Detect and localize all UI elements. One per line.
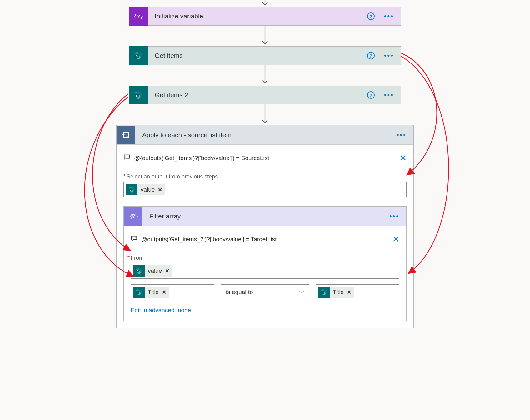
flow-connector: [76, 65, 454, 86]
svg-text:S: S: [136, 94, 138, 97]
svg-point-23: [135, 238, 136, 238]
sharepoint-icon: S: [129, 86, 148, 104]
token-value[interactable]: S value ✕: [126, 184, 165, 195]
comment-row: @outputs('Get_items_2')?['body/value'] =…: [131, 232, 399, 250]
svg-text:{x}: {x}: [134, 12, 143, 20]
flow-connector: [76, 26, 454, 46]
flow-connector: [76, 104, 454, 125]
help-icon[interactable]: ?: [367, 52, 375, 59]
loop-icon: [117, 126, 135, 144]
comment-text: @outputs('Get_items_2')?['body/value'] =…: [141, 236, 388, 243]
filter-right-operand[interactable]: S Title ✕: [316, 284, 399, 300]
action-title: Get items: [148, 52, 367, 59]
token-label: value: [145, 268, 165, 274]
token-title-right[interactable]: S Title ✕: [318, 287, 354, 298]
field-label-select-output: *Select an output from previous steps: [123, 173, 407, 180]
select-output-field[interactable]: S value ✕: [123, 182, 407, 198]
svg-text:S: S: [137, 270, 138, 272]
filter-array-header[interactable]: {} Filter array •••: [124, 207, 406, 226]
from-field[interactable]: S value ✕: [131, 263, 399, 279]
apply-to-each-header[interactable]: Apply to each - source list item •••: [117, 125, 413, 145]
token-remove-icon[interactable]: ✕: [162, 289, 169, 296]
sharepoint-icon: S: [133, 287, 145, 298]
close-icon[interactable]: ✕: [399, 153, 407, 163]
action-get-items[interactable]: S Get items ? •••: [129, 46, 401, 65]
comment-row: @{outputs('Get_items')?['body/value']} =…: [123, 150, 407, 169]
more-menu-icon[interactable]: •••: [384, 52, 394, 59]
action-initialize-variable[interactable]: {x} Initialize variable ? •••: [129, 7, 401, 26]
edit-advanced-mode-link[interactable]: Edit in advanced mode: [131, 307, 191, 314]
variable-icon: {x}: [129, 7, 148, 26]
svg-text:}: }: [135, 212, 138, 219]
token-remove-icon[interactable]: ✕: [347, 289, 354, 296]
token-remove-icon[interactable]: ✕: [165, 268, 172, 274]
help-icon[interactable]: ?: [367, 12, 375, 20]
comment-icon: [123, 154, 130, 162]
svg-text:{: {: [130, 212, 133, 219]
comment-text: @{outputs('Get_items')?['body/value']} =…: [134, 155, 396, 162]
action-title: Filter array: [142, 212, 389, 220]
sharepoint-icon: S: [129, 46, 148, 65]
action-title: Apply to each - source list item: [135, 131, 397, 139]
flow-connector: [76, 0, 454, 7]
svg-text:S: S: [137, 291, 138, 293]
svg-point-22: [134, 238, 134, 238]
more-menu-icon[interactable]: •••: [389, 213, 399, 220]
token-label: Title: [145, 289, 162, 296]
token-label: Title: [330, 289, 347, 296]
sharepoint-icon: S: [126, 184, 138, 195]
token-title-left[interactable]: S Title ✕: [133, 287, 169, 298]
action-filter-array: {} Filter array ••• @outputs('Get_items_…: [123, 206, 407, 321]
token-remove-icon[interactable]: ✕: [158, 187, 165, 193]
field-label-from: *From: [131, 255, 399, 261]
filter-operator-select[interactable]: is equal to: [221, 284, 309, 300]
filter-left-operand[interactable]: S Title ✕: [131, 284, 214, 300]
svg-point-11: [125, 156, 126, 157]
filter-icon: {}: [124, 207, 142, 226]
comment-icon: [131, 235, 138, 243]
svg-text:S: S: [130, 189, 131, 191]
more-menu-icon[interactable]: •••: [384, 13, 394, 20]
sharepoint-icon: S: [133, 265, 145, 277]
token-label: value: [138, 186, 158, 193]
action-title: Initialize variable: [148, 12, 367, 20]
action-get-items-2[interactable]: S Get items 2 ? •••: [129, 86, 401, 104]
svg-point-12: [127, 156, 127, 157]
action-title: Get items 2: [148, 91, 367, 99]
sharepoint-icon: S: [318, 287, 330, 298]
close-icon[interactable]: ✕: [392, 234, 399, 244]
svg-text:S: S: [136, 55, 138, 58]
chevron-down-icon: [299, 289, 304, 295]
operator-value: is equal to: [226, 289, 253, 296]
action-apply-to-each: Apply to each - source list item ••• @{o…: [116, 125, 414, 328]
svg-text:S: S: [322, 291, 323, 293]
token-value[interactable]: S value ✕: [133, 265, 172, 277]
svg-point-13: [128, 156, 128, 157]
more-menu-icon[interactable]: •••: [397, 132, 407, 138]
help-icon[interactable]: ?: [367, 91, 375, 99]
svg-point-21: [132, 238, 133, 238]
more-menu-icon[interactable]: •••: [384, 92, 394, 98]
